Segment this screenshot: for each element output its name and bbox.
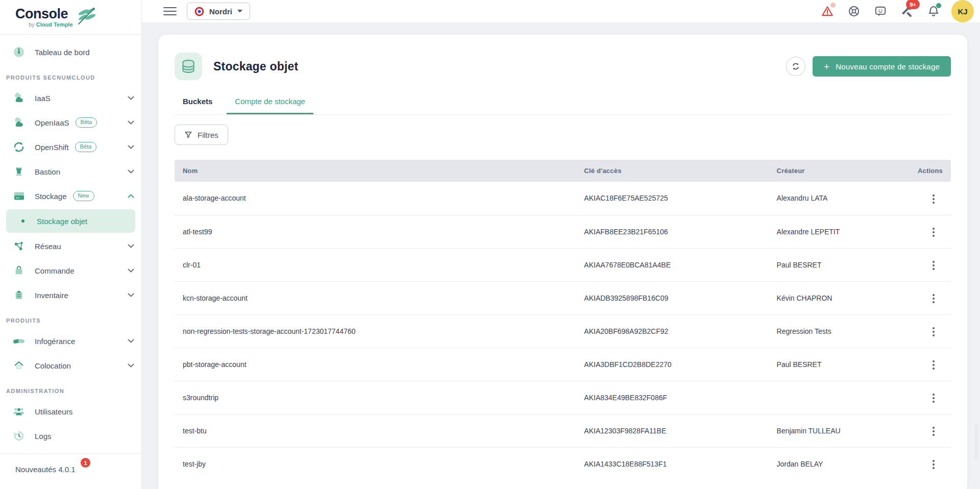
row-actions-menu-button[interactable] <box>929 191 938 207</box>
row-actions-menu-button[interactable] <box>929 258 938 273</box>
support-button[interactable] <box>843 1 865 22</box>
new-storage-account-button[interactable]: + Nouveau compte de stockage <box>813 56 951 77</box>
section-secnumcloud: PRODUITS SECNUMCLOUD <box>0 64 141 86</box>
storage-card: Stockage objet + Nouveau compte de stock… <box>158 35 967 489</box>
caret-down-icon <box>237 10 242 13</box>
feedback-button[interactable] <box>870 1 891 22</box>
cell-name: s3roundtrip <box>175 381 576 414</box>
page-scrollbar[interactable] <box>974 424 978 459</box>
sidebar-item-label: Réseau <box>35 242 61 251</box>
cell-creator: Paul BESRET <box>769 348 893 381</box>
sidebar-item-iaas[interactable]: IaaS <box>0 86 141 110</box>
sidebar-item-openiaas[interactable]: OpenIaaS Bêta <box>0 110 141 135</box>
sidebar-item-logs[interactable]: Logs <box>0 424 141 448</box>
notification-dot <box>936 3 941 8</box>
chevron-down-icon <box>128 339 134 343</box>
row-actions-menu-button[interactable] <box>929 291 938 306</box>
chevron-down-icon <box>128 293 134 297</box>
sidebar-item-stockage[interactable]: Stockage New <box>0 184 141 208</box>
sidebar-footer: Nouveautés 4.0.1 1 <box>0 453 141 489</box>
user-avatar[interactable]: KJ <box>951 0 974 22</box>
section-administration: ADMINISTRATION <box>0 378 141 399</box>
cell-access-key: AKIAFB8EE23B21F65106 <box>576 215 768 248</box>
cell-creator: Paul BESRET <box>769 248 893 281</box>
cell-name: non-regression-tests-storage-account-172… <box>175 314 576 348</box>
cell-creator: Kévin CHAPRON <box>769 281 893 314</box>
row-actions-menu-button[interactable] <box>929 390 938 406</box>
content-area: Stockage objet + Nouveau compte de stock… <box>142 22 980 489</box>
openshift-icon <box>12 141 26 153</box>
database-icon <box>175 53 202 80</box>
storage-accounts-table: Nom Clé d'accès Créateur Actions ala-sto… <box>175 160 951 480</box>
cell-creator: Benjamin TULLEAU <box>769 414 893 447</box>
tenant-selector-button[interactable]: Nordri <box>187 3 250 20</box>
tab-compte-de-stockage[interactable]: Compte de stockage <box>227 97 313 114</box>
cell-creator: Alexandre LEPETIT <box>769 215 893 248</box>
cloud-icon <box>12 92 26 104</box>
section-produits: PRODUITS <box>0 307 141 329</box>
cell-creator: Alexandru LATA <box>769 182 893 215</box>
sidebar-item-dashboard[interactable]: Tableau de bord <box>0 40 141 64</box>
sidebar-item-inventaire[interactable]: Inventaire <box>0 283 141 307</box>
chevron-down-icon <box>128 145 134 149</box>
chevron-down-icon <box>128 244 134 248</box>
cell-name: pbt-storage-account <box>175 348 576 381</box>
history-clock-icon <box>12 430 26 442</box>
sidebar-item-label: Infogérance <box>35 337 75 346</box>
logo-title: Console <box>15 7 73 21</box>
topbar-actions: 9+ KJ <box>817 0 974 22</box>
refresh-button[interactable] <box>786 57 805 76</box>
table-row: clr-01 AKIAA7678E0BCA81A4BE Paul BESRET <box>175 248 951 281</box>
cell-name: test-btu <box>175 414 576 447</box>
row-actions-menu-button[interactable] <box>929 225 938 240</box>
tools-button[interactable]: 9+ <box>896 1 918 22</box>
table-row: atl-test99 AKIAFB8EE23B21F65106 Alexandr… <box>175 215 951 248</box>
app-logo[interactable]: Console by Cloud Temple <box>0 0 141 35</box>
column-header-createur: Créateur <box>769 160 893 182</box>
row-actions-menu-button[interactable] <box>929 324 938 339</box>
plus-icon: + <box>824 62 829 71</box>
logo-byline: by Cloud Temple <box>15 22 73 28</box>
hamburger-menu-button[interactable] <box>163 5 177 18</box>
users-icon <box>12 406 26 417</box>
sidebar-item-label: Logs <box>35 432 52 441</box>
card-header: Stockage objet + Nouveau compte de stock… <box>175 53 951 80</box>
chevron-down-icon <box>128 268 134 273</box>
handshake-icon <box>12 336 26 346</box>
row-actions-menu-button[interactable] <box>929 424 938 439</box>
server-icon <box>12 190 26 202</box>
sidebar-item-reseau[interactable]: Réseau <box>0 234 141 258</box>
alerts-button[interactable] <box>817 1 838 22</box>
column-header-nom: Nom <box>175 160 576 182</box>
tools-count-badge: 9+ <box>906 0 920 9</box>
row-actions-menu-button[interactable] <box>929 357 938 373</box>
refresh-icon <box>791 62 800 71</box>
tab-buckets[interactable]: Buckets <box>175 97 220 114</box>
cell-access-key: AKIAA7678E0BCA81A4BE <box>576 248 768 281</box>
network-icon <box>12 240 26 252</box>
sidebar-item-utilisateurs[interactable]: Utilisateurs <box>0 399 141 424</box>
cloud-icon <box>12 117 26 128</box>
house-icon <box>12 360 26 371</box>
chevron-down-icon <box>128 169 134 174</box>
cocarde-icon <box>194 7 204 16</box>
sidebar-item-infogerance[interactable]: Infogérance <box>0 329 141 353</box>
cell-creator: Jordan BELAY <box>769 447 893 480</box>
sidebar-item-label: Tableau de bord <box>35 48 90 57</box>
sidebar-item-label: OpenShift <box>35 143 69 152</box>
filters-button[interactable]: Filtres <box>175 125 228 145</box>
tenant-name: Nordri <box>209 7 232 16</box>
sidebar-item-bastion[interactable]: Bastion <box>0 159 141 184</box>
sidebar-item-commande[interactable]: Commande <box>0 258 141 283</box>
notifications-button[interactable] <box>923 1 944 22</box>
topbar: Nordri 9+ KJ <box>142 0 980 22</box>
beta-badge: Bêta <box>75 142 97 152</box>
whatsnew-link[interactable]: Nouveautés 4.0.1 <box>15 465 76 474</box>
sidebar-item-label: Colocation <box>35 361 71 370</box>
chat-smiley-icon <box>874 5 887 18</box>
sidebar-item-stockage-objet[interactable]: Stockage objet <box>6 209 135 233</box>
row-actions-menu-button[interactable] <box>929 457 938 472</box>
column-header-cle-acces: Clé d'accès <box>576 160 768 182</box>
sidebar-item-openshift[interactable]: OpenShift Bêta <box>0 135 141 159</box>
sidebar-item-colocation[interactable]: Colocation <box>0 353 141 378</box>
